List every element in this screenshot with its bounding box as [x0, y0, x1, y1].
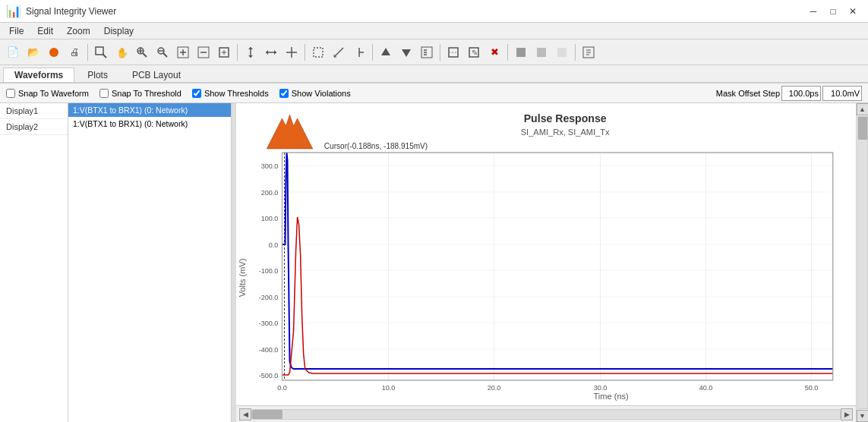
snap-to-waveform-checkbox[interactable] [6, 89, 15, 98]
svg-text:100.0: 100.0 [261, 215, 279, 222]
scroll-up-button[interactable]: ▲ [857, 103, 869, 115]
zoom-region-button[interactable] [91, 43, 111, 62]
zoom-fit-button[interactable] [214, 43, 234, 62]
svg-text:-200.0: -200.0 [259, 294, 279, 301]
tab-plots[interactable]: Plots [76, 68, 119, 82]
plot-title: Pulse Response [524, 112, 607, 124]
snap-to-threshold-text: Snap To Threshold [112, 89, 181, 98]
right-scrollbar: ▲ ▼ [856, 103, 868, 422]
content-wrapper: Pulse Response SI_AMI_Rx, SI_AMI_Tx Curs… [236, 103, 856, 422]
box-zoom-button[interactable] [308, 43, 328, 62]
minimize-button[interactable]: ─ [804, 5, 822, 18]
zoom-out-x-button[interactable] [153, 43, 172, 62]
sep7 [575, 44, 576, 61]
snap-to-waveform-text: Snap To Waveform [18, 89, 89, 98]
svg-text:-100.0: -100.0 [259, 267, 279, 275]
zoom-in-x-button[interactable] [132, 43, 152, 62]
svg-text:10.0: 10.0 [382, 384, 396, 392]
delete-button[interactable]: ✖ [485, 43, 504, 62]
sep4 [372, 44, 373, 61]
mask-offset-mv-input[interactable] [822, 86, 862, 101]
title-bar-controls: ─ □ ✕ [804, 5, 862, 18]
options-bar: Snap To Waveform Snap To Threshold Show … [0, 83, 868, 103]
y-axis-label: Volts (mV) [238, 259, 247, 298]
legend-button[interactable] [417, 43, 437, 62]
show-thresholds-text: Show Thresholds [204, 89, 269, 98]
mask-button[interactable] [443, 43, 463, 62]
scroll-down-button[interactable]: ▼ [857, 410, 869, 422]
edit-mask-button[interactable]: ✎ [464, 43, 484, 62]
export-button[interactable] [579, 43, 598, 62]
display-item-1[interactable]: Display1 [0, 103, 68, 119]
snap-to-threshold-checkbox[interactable] [99, 89, 109, 98]
x-axis-label: Time (ns) [593, 392, 628, 401]
menu-edit[interactable]: Edit [31, 24, 59, 38]
svg-rect-53 [282, 153, 832, 380]
svg-marker-20 [248, 47, 253, 49]
cursor-cross-button[interactable] [282, 43, 301, 62]
plot-subtitle: SI_AMI_Rx, SI_AMI_Tx [521, 128, 610, 137]
open-button[interactable]: 📂 [24, 43, 43, 62]
snap-to-waveform-label[interactable]: Snap To Waveform [6, 89, 89, 98]
menu-file[interactable]: File [3, 24, 30, 38]
plot-svg: Pulse Response SI_AMI_Rx, SI_AMI_Tx Curs… [236, 103, 856, 405]
new-button[interactable]: 📄 [3, 43, 23, 62]
menu-zoom[interactable]: Zoom [61, 24, 96, 38]
mask-offset-ps-input[interactable] [781, 86, 821, 101]
color-button[interactable] [44, 43, 64, 62]
v-scrollbar-thumb[interactable] [858, 117, 867, 140]
svg-rect-1 [96, 47, 103, 55]
svg-text:40.0: 40.0 [699, 384, 713, 392]
plot-area[interactable]: Pulse Response SI_AMI_Rx, SI_AMI_Tx Curs… [236, 103, 856, 405]
waveform-item-2[interactable]: 1:V(BTX1 to BRX1) (0: Network) [68, 117, 231, 131]
h-scrollbar-thumb[interactable] [252, 410, 282, 419]
waveform-label-2: 1:V(BTX1 to BRX1) (0: Network) [73, 119, 188, 128]
waveform-item-1[interactable]: 1:V(BTX1 to BRX1) (0: Network) [68, 103, 231, 117]
svg-rect-43 [516, 48, 526, 57]
menu-bar: File Edit Zoom Display [0, 23, 868, 39]
measure-button[interactable] [329, 43, 349, 62]
close-button[interactable]: ✕ [844, 5, 862, 18]
marker-button[interactable] [349, 43, 369, 62]
show-violations-label[interactable]: Show Violations [279, 89, 351, 98]
show-thresholds-checkbox[interactable] [192, 89, 201, 98]
h-scrollbar-track[interactable] [251, 409, 841, 420]
waveform-label-1: 1:V(BTX1 to BRX1) (0: Network) [73, 106, 188, 115]
sep5 [440, 44, 440, 61]
mask-offset-step-label: Mask Offset Step [716, 89, 780, 98]
sep6 [507, 44, 508, 61]
svg-point-0 [49, 48, 58, 57]
mask-offset-area: Mask Offset Step [716, 86, 862, 101]
pan-button[interactable]: ✋ [112, 43, 131, 62]
display-item-2[interactable]: Display2 [0, 119, 68, 135]
title-bar-left: 📊 Signal Integrity Viewer [6, 4, 116, 18]
tab-pcblayout[interactable]: PCB Layout [121, 68, 192, 82]
wave-up-button[interactable] [376, 43, 396, 62]
btn-gray3[interactable] [552, 43, 572, 62]
scroll-left-button[interactable]: ◀ [239, 408, 251, 420]
tab-waveforms[interactable]: Waveforms [3, 68, 74, 82]
svg-marker-23 [266, 50, 268, 55]
svg-marker-24 [274, 50, 276, 55]
cursor-h-button[interactable] [261, 43, 281, 62]
zoom-in-button[interactable] [173, 43, 193, 62]
svg-text:200.0: 200.0 [261, 189, 279, 197]
app-title: Signal Integrity Viewer [26, 6, 116, 17]
print-button[interactable]: 🖨 [65, 43, 84, 62]
svg-text:-400.0: -400.0 [259, 346, 279, 354]
svg-text:30.0: 30.0 [594, 384, 608, 392]
show-thresholds-label[interactable]: Show Thresholds [192, 89, 269, 98]
snap-to-threshold-label[interactable]: Snap To Threshold [99, 89, 181, 98]
wave-down-button[interactable] [396, 43, 416, 62]
show-violations-checkbox[interactable] [279, 89, 289, 98]
cursor-v-button[interactable] [241, 43, 260, 62]
menu-display[interactable]: Display [98, 24, 140, 38]
scroll-right-button[interactable]: ▶ [841, 408, 853, 420]
zoom-out-button[interactable] [194, 43, 213, 62]
btn-gray1[interactable] [511, 43, 531, 62]
v-scrollbar-track[interactable] [857, 116, 868, 409]
btn-gray2[interactable] [532, 43, 551, 62]
maximize-button[interactable]: □ [824, 5, 842, 18]
waveform-panel: 1:V(BTX1 to BRX1) (0: Network) 1:V(BTX1 … [68, 103, 232, 422]
svg-line-5 [143, 53, 147, 57]
